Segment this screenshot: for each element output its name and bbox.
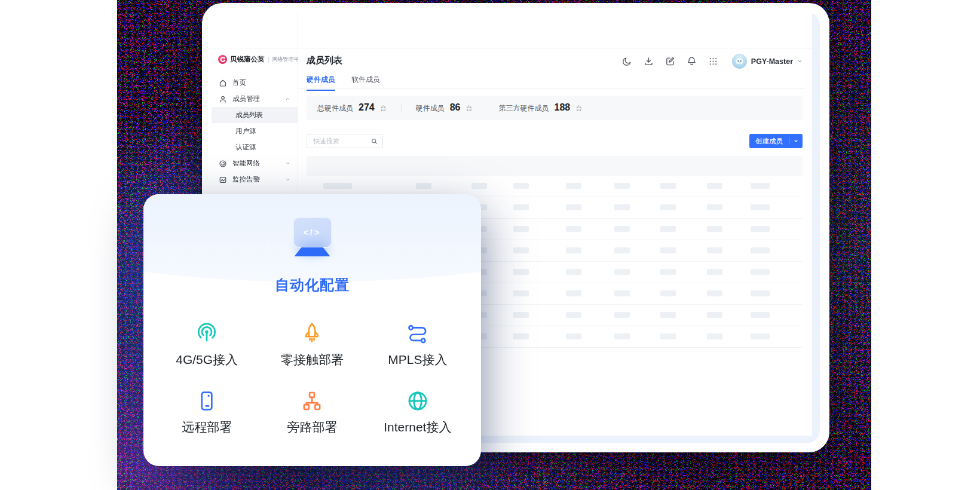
skeleton-cell	[660, 226, 676, 232]
dark-mode-icon[interactable]	[622, 56, 632, 66]
avatar	[732, 54, 747, 69]
sidebar-item-label: 首页	[232, 78, 246, 87]
globe-icon	[405, 388, 430, 414]
stat-value: 274	[359, 102, 375, 113]
notifications-icon[interactable]	[687, 56, 697, 66]
skeleton-cell	[660, 183, 676, 189]
stat-third-party-hardware: 第三方硬件成员 188 台	[499, 102, 583, 114]
monitor-alert-icon	[219, 176, 227, 184]
skeleton-cell	[513, 204, 529, 210]
skeleton-cell	[614, 204, 630, 210]
monitor-code-icon: </>	[289, 217, 336, 256]
search-box	[307, 134, 383, 148]
skeleton-cell	[513, 290, 529, 296]
skeleton-cell	[751, 247, 770, 253]
sidebar-item-label: 认证源	[235, 143, 256, 152]
feature-label: 4G/5G接入	[176, 351, 238, 368]
skeleton-cell	[707, 226, 722, 232]
skeleton-cell	[566, 247, 581, 253]
skeleton-cell	[707, 269, 722, 275]
sidebar-nav: 首页 成员管理 成员列表 用户源	[212, 75, 298, 188]
sidebar-item-member-list[interactable]: 成员列表	[212, 107, 298, 123]
stat-divider	[401, 105, 402, 112]
feature-label: 旁路部署	[287, 419, 337, 436]
sidebar-item-home[interactable]: 首页	[212, 75, 298, 91]
stat-label: 第三方硬件成员	[499, 103, 549, 114]
table-header-skeleton	[307, 156, 803, 176]
skeleton-cell	[614, 333, 630, 339]
chevron-down-icon	[285, 161, 290, 166]
skeleton-cell	[566, 290, 581, 296]
chevron-down-icon	[794, 139, 798, 143]
skeleton-cell	[416, 183, 431, 189]
stats-bar: 总硬件成员 274 台 硬件成员 86 台 第三方硬件成员 188 台	[307, 96, 803, 120]
sidebar-item-monitor-alert[interactable]: 监控告警	[212, 172, 298, 188]
stat-label: 总硬件成员	[317, 103, 353, 114]
stat-unit: 台	[466, 104, 473, 113]
stat-unit: 台	[380, 104, 387, 113]
home-icon	[219, 79, 227, 87]
brand-divider	[268, 57, 269, 63]
skeleton-cell	[751, 290, 770, 296]
feature-internet-access: Internet接入	[365, 388, 470, 436]
skeleton-cell	[566, 312, 581, 318]
route-icon	[405, 321, 430, 346]
feature-label: Internet接入	[384, 419, 451, 436]
mobile-icon	[194, 388, 219, 414]
sidebar-item-user-source[interactable]: 用户源	[212, 123, 298, 139]
skeleton-cell	[660, 333, 676, 339]
skeleton-cell	[471, 183, 487, 189]
apps-grid-icon[interactable]	[708, 56, 718, 66]
sidebar-item-auth-source[interactable]: 认证源	[212, 139, 298, 155]
skeleton-cell	[513, 183, 529, 189]
skeleton-cell	[751, 312, 770, 318]
sidebar-item-smart-network[interactable]: 智能网络	[212, 155, 298, 172]
skeleton-cell	[707, 183, 722, 189]
panel-patch	[804, 13, 812, 90]
code-glyph: </>	[304, 228, 321, 237]
skeleton-cell	[660, 312, 676, 318]
create-member-button[interactable]: 创建成员	[749, 134, 803, 148]
page-title: 成员列表	[307, 55, 342, 66]
skeleton-cell	[751, 204, 770, 210]
skeleton-cell	[660, 247, 676, 253]
feature-zero-touch-deploy: 零接触部署	[259, 321, 365, 368]
download-icon[interactable]	[644, 56, 654, 66]
brand-logo-icon	[218, 55, 227, 64]
create-member-dropdown[interactable]	[789, 134, 803, 148]
sidebar-item-member-management[interactable]: 成员管理	[212, 91, 298, 107]
skeleton-cell	[751, 226, 770, 232]
brand-logo: 贝锐蒲公英 网络管理平台	[218, 55, 305, 64]
skeleton-cell	[566, 226, 581, 232]
skeleton-cell	[707, 333, 722, 339]
stat-hardware: 硬件成员 86 台	[416, 102, 473, 114]
rocket-icon	[299, 321, 324, 346]
user-menu[interactable]: PGY-Master	[732, 54, 803, 69]
broadcast-icon	[194, 321, 219, 346]
edit-icon[interactable]	[665, 56, 675, 66]
skeleton-cell	[566, 204, 581, 210]
skeleton-cell	[707, 247, 722, 253]
sitemap-icon	[299, 388, 324, 414]
monitor-screen: </>	[293, 217, 332, 248]
brand-name: 贝锐蒲公英	[230, 55, 265, 64]
skeleton-cell	[751, 269, 770, 275]
skeleton-cell	[707, 204, 722, 210]
header-actions: PGY-Master	[622, 54, 803, 69]
skeleton-cell	[513, 247, 529, 253]
promo-card: </> 自动化配置 4G/5G接入	[143, 194, 481, 466]
stat-label: 硬件成员	[416, 103, 445, 114]
feature-mpls-access: MPLS接入	[365, 321, 470, 368]
chevron-up-icon	[285, 96, 290, 102]
skeleton-cell	[751, 183, 770, 189]
table-toolbar: 创建成员	[307, 134, 803, 148]
skeleton-cell	[707, 312, 722, 318]
stat-total-hardware: 总硬件成员 274 台	[317, 102, 387, 114]
stat-unit: 台	[575, 104, 582, 113]
search-input[interactable]	[312, 137, 369, 145]
search-icon[interactable]	[371, 138, 378, 145]
skeleton-cell	[614, 247, 630, 253]
chevron-down-icon	[285, 177, 290, 182]
sidebar-item-label: 成员列表	[235, 111, 263, 120]
user-name: PGY-Master	[751, 57, 793, 66]
